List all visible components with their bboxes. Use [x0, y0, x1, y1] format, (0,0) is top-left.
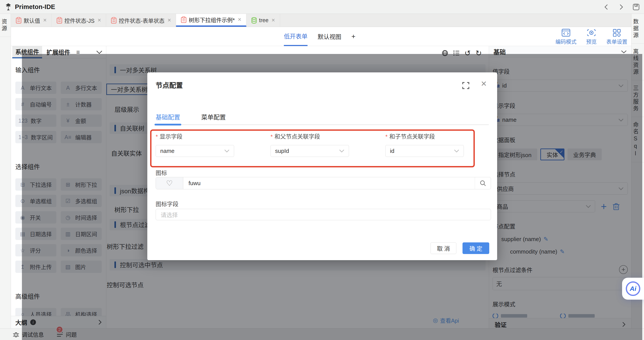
chevron-down-icon	[339, 149, 344, 152]
tab-divider	[154, 124, 489, 125]
modal-field-和子节点关联字段: *和子节点关联字段id	[385, 132, 464, 157]
search-icon[interactable]	[475, 177, 491, 189]
close-icon[interactable]: ×	[481, 78, 486, 89]
form-doc-icon	[181, 17, 186, 23]
heart-icon[interactable]: ♡	[156, 177, 183, 189]
code-icon	[562, 29, 570, 37]
fullscreen-icon[interactable]	[462, 82, 470, 90]
field-value: supId	[275, 148, 289, 154]
node-config-modal: 节点配置 × 基础配置菜单配置 *显示字段name*和父节点关联字段supId*…	[147, 72, 497, 260]
field-select-supId[interactable]: supId	[270, 145, 349, 157]
field-label: *和父节点关联字段	[270, 132, 349, 140]
icon-input[interactable]: fuwu	[183, 177, 475, 189]
nav-forward-icon[interactable]	[618, 4, 625, 11]
field-label: *显示字段	[156, 132, 234, 140]
action-label: 预览	[586, 38, 597, 45]
icon-field-select[interactable]: 请选择	[156, 209, 491, 220]
title-bar: Primeton-IDE	[0, 0, 644, 14]
save-icon[interactable]	[632, 4, 640, 11]
form-doc-icon	[16, 17, 22, 24]
required-star: *	[270, 133, 273, 140]
file-tab-label: 默认值	[24, 17, 40, 24]
file-tab-tree[interactable]: tree×	[246, 14, 280, 27]
close-tab-icon[interactable]: ×	[43, 17, 47, 24]
app-title: Primeton-IDE	[15, 3, 55, 11]
file-tab-label: 树形下拉组件示例*	[189, 16, 235, 24]
add-view-icon[interactable]: +	[351, 33, 356, 41]
close-tab-icon[interactable]: ×	[238, 16, 241, 23]
left-rail: 资源	[0, 14, 11, 340]
action-预览[interactable]: 预览	[586, 29, 597, 45]
left-rail-item-资源[interactable]: 资源	[0, 14, 11, 37]
palette-collapse-icon[interactable]	[96, 50, 102, 54]
file-tab-label: 控件状态-JS	[64, 17, 95, 24]
file-tab-bar: 默认值×控件状态-JS×控件状态-表单状态×树形下拉组件示例*×tree×	[11, 14, 631, 27]
modal-field-和父节点关联字段: *和父节点关联字段supId	[270, 132, 349, 157]
file-tab-默认值[interactable]: 默认值×	[11, 14, 52, 27]
close-tab-icon[interactable]: ×	[98, 17, 101, 24]
close-tab-icon[interactable]: ×	[272, 17, 275, 24]
modal-tab-基础配置[interactable]: 基础配置	[156, 113, 180, 121]
app-root: Primeton-IDE 资源 数据源离线资源三方服务命名Sql 默认值×控件状…	[0, 0, 644, 340]
field-value: id	[390, 148, 394, 154]
ok-button[interactable]: 确 定	[462, 242, 489, 254]
nav-back-icon[interactable]	[603, 4, 610, 11]
file-tab-label: 控件状态-表单状态	[119, 17, 164, 24]
modal-title: 节点配置	[156, 80, 183, 90]
chevron-down-icon	[224, 149, 230, 152]
view-tab-默认视图[interactable]: 默认视图	[318, 27, 341, 46]
file-tab-label: tree	[259, 17, 268, 24]
chevron-down-icon	[454, 149, 459, 152]
icon-input-group: ♡ fuwu	[156, 177, 491, 189]
active-tab-indicator	[154, 124, 181, 126]
field-select-id[interactable]: id	[385, 145, 464, 157]
cancel-button[interactable]: 取 消	[430, 242, 456, 254]
action-编码模式[interactable]: 编码模式	[556, 29, 576, 45]
primeton-logo-icon	[4, 3, 12, 11]
action-label: 编码模式	[556, 38, 576, 45]
modal-field-显示字段: *显示字段name	[156, 132, 234, 157]
field-label: *和子节点关联字段	[385, 132, 464, 140]
right-rail-item-数据源[interactable]: 数据源	[632, 14, 644, 44]
form-settings-icon	[613, 29, 621, 37]
action-label: 表单设置	[606, 38, 627, 45]
preview-icon	[587, 29, 596, 37]
form-doc-icon	[56, 17, 62, 24]
required-star: *	[385, 133, 388, 140]
action-表单设置[interactable]: 表单设置	[606, 29, 627, 45]
view-tab-低开表单[interactable]: 低开表单	[284, 27, 308, 46]
ai-assistant-button[interactable]: Ai	[626, 281, 640, 296]
database-icon	[251, 17, 257, 24]
modal-tab-菜单配置[interactable]: 菜单配置	[201, 113, 226, 121]
file-tab-控件状态-JS[interactable]: 控件状态-JS×	[52, 14, 106, 27]
form-doc-icon	[111, 17, 116, 24]
ai-assistant-card: Ai	[622, 278, 644, 300]
view-band: 低开表单默认视图+ 编码模式预览表单设置	[11, 27, 631, 46]
icon-label: 图标	[156, 168, 167, 177]
file-tab-控件状态-表单状态[interactable]: 控件状态-表单状态×	[106, 14, 176, 27]
chevron-down-icon	[621, 50, 627, 54]
field-select-name[interactable]: name	[156, 145, 234, 157]
bug-icon	[13, 331, 19, 337]
close-tab-icon[interactable]: ×	[168, 17, 171, 24]
file-tab-树形下拉组件示例*[interactable]: 树形下拉组件示例*×	[176, 14, 246, 27]
required-star: *	[156, 133, 158, 140]
icon-field-label: 图标字段	[156, 200, 178, 208]
field-value: name	[160, 148, 174, 154]
